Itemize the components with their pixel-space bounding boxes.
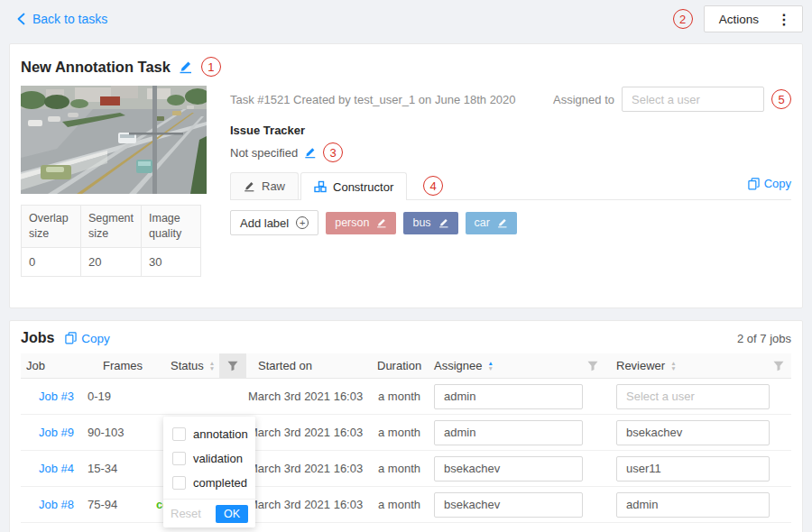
filter-option-label: annotation: [193, 427, 248, 441]
task-title-row: New Annotation Task 1: [21, 55, 791, 78]
job-started: March 3rd 2021 16:03: [246, 462, 373, 475]
kebab-menu-icon[interactable]: ⋮: [773, 11, 802, 28]
sort-icon-reviewer: ▲▼: [670, 361, 676, 371]
task-meta-text: Task #1521 Created by test_user_1 on Jun…: [230, 93, 516, 106]
task-left-column: Overlap size Segment size Image quality …: [21, 86, 207, 277]
column-header-frames: Frames: [88, 353, 156, 378]
label-chip-person[interactable]: person: [326, 212, 396, 234]
filter-reset-button[interactable]: Reset: [171, 507, 201, 520]
task-thumbnail: [21, 86, 207, 194]
add-label-button[interactable]: Add label +: [230, 210, 318, 235]
label-chip-car[interactable]: car: [466, 212, 517, 234]
job-duration: a month: [373, 462, 432, 475]
job-row: Job #8 75-94 completed ? March 3rd 2021 …: [21, 487, 791, 523]
jobs-table-header: Job Frames Status ▲▼ Started on Duration…: [21, 353, 791, 379]
actions-button[interactable]: Actions ⋮: [704, 5, 803, 32]
assignee-input[interactable]: [434, 384, 583, 409]
job-link[interactable]: Job #3: [39, 390, 74, 403]
column-header-reviewer[interactable]: Reviewer ▲▼: [609, 353, 791, 378]
reviewer-input[interactable]: [616, 456, 770, 482]
filter-option-validation[interactable]: validation: [163, 446, 255, 471]
job-link[interactable]: Job #9: [39, 426, 74, 439]
back-to-tasks-label: Back to tasks: [32, 12, 107, 26]
job-duration: a month: [373, 498, 432, 511]
build-blocks-icon: [314, 180, 327, 193]
reviewer-input[interactable]: [616, 420, 770, 445]
column-header-assignee[interactable]: Assignee ▲▼: [432, 353, 609, 378]
assignee-input[interactable]: [434, 492, 583, 518]
reviewer-header-label: Reviewer: [616, 359, 665, 372]
param-overlap-header: Overlap size: [22, 206, 81, 248]
job-frames: 75-94: [88, 498, 156, 511]
reviewer-filter-button[interactable]: [773, 361, 784, 371]
annotation-circle-4: 4: [423, 176, 443, 196]
label-chip-bus[interactable]: bus: [403, 212, 457, 234]
issue-tracker-value: Not specified: [230, 146, 298, 160]
tab-raw[interactable]: Raw: [230, 172, 299, 199]
filter-funnel-icon: [227, 361, 238, 371]
edit-title-icon[interactable]: [179, 60, 193, 74]
job-started: March 3rd 2021 16:03: [246, 426, 373, 439]
job-started: March 3rd 2021 16:03: [246, 390, 373, 403]
plus-circle-icon: +: [296, 216, 309, 229]
edit-label-icon[interactable]: [376, 217, 387, 228]
task-title: New Annotation Task: [21, 59, 171, 76]
copy-jobs-label: Copy: [81, 332, 110, 345]
reviewer-input[interactable]: [616, 384, 770, 409]
copy-labels-link[interactable]: Copy: [748, 177, 791, 190]
column-header-started: Started on: [246, 353, 373, 378]
actions-label: Actions: [705, 13, 773, 26]
filter-option-annotation[interactable]: annotation: [163, 422, 255, 446]
tab-raw-label: Raw: [262, 179, 285, 193]
status-filter-button[interactable]: [219, 353, 246, 378]
annotation-circle-2: 2: [673, 9, 693, 29]
edit-issue-tracker-icon[interactable]: [304, 146, 317, 159]
params-value-row: 0 20 30: [22, 247, 201, 276]
task-right-column: Task #1521 Created by test_user_1 on Jun…: [230, 86, 791, 277]
filter-option-completed[interactable]: completed: [163, 471, 255, 495]
copy-icon: [748, 178, 760, 190]
copy-jobs-link[interactable]: Copy: [65, 332, 110, 345]
reviewer-input[interactable]: [616, 492, 770, 518]
jobs-card: Jobs Copy 2 of 7 jobs Job Frames Status …: [9, 320, 803, 532]
assignee-filter-button[interactable]: [587, 361, 598, 371]
job-frames: 0-19: [88, 390, 156, 403]
job-duration: a month: [373, 426, 432, 439]
filter-ok-button[interactable]: OK: [216, 505, 248, 523]
assignee-input[interactable]: [434, 420, 583, 445]
filter-option-label: validation: [193, 452, 243, 465]
annotation-circle-3: 3: [323, 142, 343, 162]
checkbox[interactable]: [172, 452, 186, 465]
param-segment-value: 20: [80, 247, 141, 276]
jobs-count: 2 of 7 jobs: [737, 332, 791, 345]
job-link[interactable]: Job #8: [39, 498, 74, 511]
filter-option-label: completed: [193, 476, 247, 490]
annotation-circle-1: 1: [201, 57, 221, 77]
add-label-text: Add label: [240, 216, 289, 230]
jobs-section-title: Jobs: [21, 330, 54, 346]
annotation-circle-5: 5: [771, 89, 791, 109]
checkbox[interactable]: [172, 427, 186, 441]
column-header-status[interactable]: Status ▲▼: [156, 353, 219, 378]
job-started: March 3rd 2021 16:03: [246, 498, 373, 511]
param-quality-value: 30: [142, 247, 201, 276]
job-duration: a month: [373, 390, 432, 403]
label-person-name: person: [335, 216, 369, 229]
job-frames: 90-103: [88, 426, 156, 439]
edit-label-icon[interactable]: [438, 217, 449, 228]
job-row: Job #3 0-19 March 3rd 2021 16:03 a month: [21, 379, 791, 415]
tab-constructor[interactable]: Constructor: [300, 172, 407, 200]
edit-label-icon[interactable]: [497, 217, 508, 228]
job-frames: 15-34: [88, 462, 156, 475]
checkbox[interactable]: [172, 476, 186, 490]
status-header-label: Status: [171, 359, 204, 372]
job-link[interactable]: Job #4: [39, 462, 74, 475]
pencil-icon: [244, 180, 255, 192]
label-bus-name: bus: [412, 216, 430, 229]
assignee-input[interactable]: [434, 456, 583, 482]
label-car-name: car: [475, 216, 490, 229]
back-to-tasks-link[interactable]: Back to tasks: [16, 12, 107, 26]
chevron-left-icon: [16, 13, 26, 25]
topbar-right: 2 Actions ⋮: [673, 5, 803, 32]
task-assignee-input[interactable]: [622, 87, 764, 112]
